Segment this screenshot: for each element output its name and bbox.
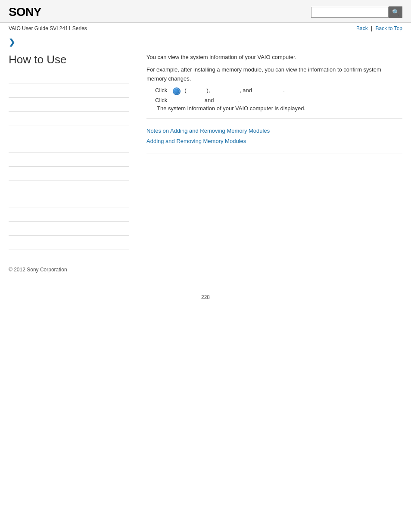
back-to-top-link[interactable]: Back to Top [376, 25, 402, 31]
breadcrumb-row: ❯ [0, 34, 411, 49]
sidebar-item-6[interactable] [9, 139, 129, 153]
globe-icon [173, 87, 181, 95]
sidebar-item-13[interactable] [9, 236, 129, 249]
step-1-row: Click ( ), , and . [155, 87, 402, 95]
step-1-click: Click [155, 87, 167, 94]
adding-removing-link[interactable]: Adding and Removing Memory Modules [146, 136, 402, 146]
sidebar-item-12[interactable] [9, 222, 129, 236]
sidebar-item-11[interactable] [9, 208, 129, 222]
sony-logo: SONY [9, 5, 41, 19]
sidebar-item-7[interactable] [9, 153, 129, 167]
page-number: 228 [0, 290, 411, 305]
nav-bar: VAIO User Guide SVL2411 Series Back | Ba… [0, 23, 411, 34]
sidebar-item-5[interactable] [9, 125, 129, 139]
copyright: © 2012 Sony Corporation [9, 267, 67, 273]
step-1-suffix: ), [207, 87, 210, 94]
sidebar: How to Use [9, 53, 138, 249]
sidebar-item-4[interactable] [9, 112, 129, 125]
divider-1 [146, 118, 402, 119]
divider-2 [146, 153, 402, 153]
nav-links: Back | Back to Top [356, 25, 402, 31]
step-2-result: The system information of your VAIO comp… [157, 105, 305, 112]
content-paragraph-2: For example, after installing a memory m… [146, 65, 402, 84]
step-2-end: . [237, 97, 239, 103]
content-area: You can view the system information of y… [138, 53, 402, 249]
search-button[interactable]: 🔍 [389, 6, 402, 18]
breadcrumb-chevron[interactable]: ❯ [9, 38, 15, 47]
step-2-label: Click and . [155, 97, 239, 103]
search-area: 🔍 [311, 6, 402, 18]
step-1-label: Click ( ), , and . [155, 87, 285, 95]
step-1-and: , and [240, 87, 252, 94]
sidebar-title: How to Use [9, 53, 129, 70]
search-input[interactable] [311, 7, 389, 18]
search-icon: 🔍 [392, 9, 399, 16]
page-footer: © 2012 Sony Corporation [0, 258, 411, 281]
step-1-paren: ( [184, 87, 186, 94]
main-content: How to Use You can view the system infor… [0, 49, 411, 258]
guide-title: VAIO User Guide SVL2411 Series [9, 25, 87, 31]
content-paragraph-1: You can view the system information of y… [146, 53, 402, 62]
step-2-and: and [205, 97, 214, 103]
back-link[interactable]: Back [356, 25, 368, 31]
step-2-row: Click and . [155, 97, 402, 103]
sidebar-item-2[interactable] [9, 84, 129, 98]
sidebar-item-9[interactable] [9, 180, 129, 194]
nav-separator: | [371, 25, 372, 31]
notes-link[interactable]: Notes on Adding and Removing Memory Modu… [146, 126, 402, 136]
step-2-click: Click [155, 97, 167, 103]
sidebar-item-8[interactable] [9, 167, 129, 180]
sidebar-item-3[interactable] [9, 98, 129, 112]
sidebar-item-10[interactable] [9, 194, 129, 208]
sidebar-item-1[interactable] [9, 70, 129, 84]
step-2-result-row: The system information of your VAIO comp… [155, 105, 402, 112]
link-section: Notes on Adding and Removing Memory Modu… [146, 126, 402, 146]
page-header: SONY 🔍 [0, 0, 411, 23]
step-1-end: . [283, 87, 285, 94]
